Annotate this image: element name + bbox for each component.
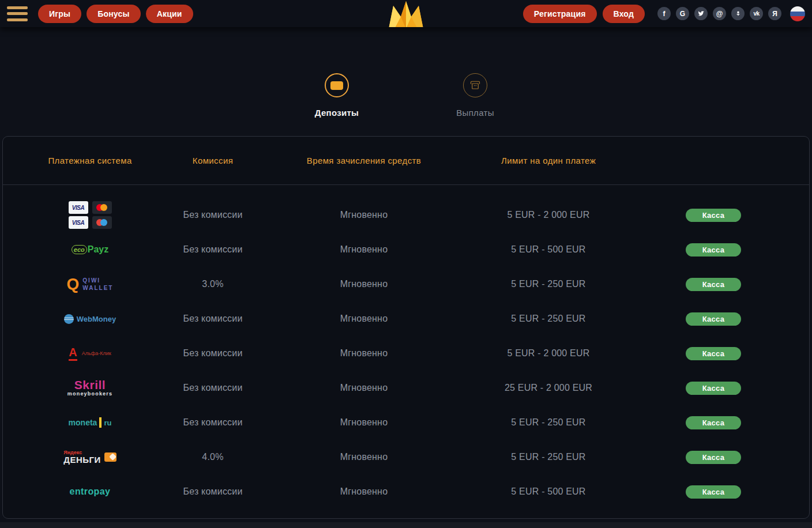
time-value: Мгновенно — [249, 452, 479, 462]
kassa-button[interactable]: Касса — [686, 312, 741, 326]
register-button[interactable]: Регистрация — [523, 5, 597, 23]
col-header-commission: Комиссия — [177, 156, 249, 165]
crown-logo[interactable] — [385, 1, 427, 27]
commission-value: Без комиссии — [177, 314, 249, 324]
col-header-limit: Лимит на один платеж — [479, 156, 618, 165]
commission-value: 3.0% — [177, 279, 249, 289]
payments-table: Платежная система Комиссия Время зачисле… — [2, 136, 810, 519]
main-menu: Игры Бонусы Акции — [38, 5, 193, 23]
google-icon[interactable]: G — [676, 7, 689, 20]
payout-cashout-icon — [463, 73, 487, 97]
table-row: Skrill moneybookers Без комиссии Мгновен… — [3, 371, 809, 405]
col-header-system: Платежная система — [3, 156, 177, 165]
kassa-button[interactable]: Касса — [686, 243, 741, 257]
limit-value: 5 EUR - 500 EUR — [479, 244, 618, 255]
time-value: Мгновенно — [249, 210, 479, 220]
maestro-logo — [92, 216, 112, 229]
entropay-text: entropay — [70, 486, 111, 497]
kassa-button[interactable]: Касса — [686, 278, 741, 291]
table-row: Яндекс ДЕНЬГИ 4.0% Мгновенно 5 EUR - 250… — [3, 440, 809, 474]
visa-card-logo: VISA — [72, 205, 84, 211]
ecopayz-payz-text: Payz — [88, 244, 108, 255]
menu-item-bonuses[interactable]: Бонусы — [87, 5, 140, 23]
vk-icon[interactable]: vk — [750, 7, 763, 20]
menu-item-games[interactable]: Игры — [38, 5, 81, 23]
social-links: f G @ vk Я — [657, 7, 781, 20]
kassa-button[interactable]: Касса — [686, 451, 741, 464]
ecopayz-eco-text: eco — [72, 245, 87, 254]
commission-value: Без комиссии — [177, 486, 249, 497]
auth-buttons: Регистрация Вход — [523, 5, 645, 23]
qiwi-text-line1: QIWI — [82, 277, 100, 284]
visa-mastercard-logo: VISA VISA — [3, 201, 177, 229]
table-row: moneta ru Без комиссии Мгновенно 5 EUR -… — [3, 405, 809, 440]
deposit-card-icon — [325, 73, 349, 97]
skrill-text: Skrill — [67, 379, 112, 391]
qiwi-q-mark: Q — [67, 276, 80, 292]
tab-deposits[interactable]: Депозиты — [308, 73, 366, 118]
login-button[interactable]: Вход — [603, 5, 645, 23]
commission-value: Без комиссии — [177, 348, 249, 359]
limit-value: 5 EUR - 250 EUR — [479, 314, 618, 324]
moneta-text: moneta — [69, 418, 97, 427]
tab-payouts[interactable]: Выплаты — [446, 73, 504, 118]
alfa-letter: А — [69, 346, 77, 361]
page-footer-strip — [0, 522, 812, 528]
kassa-button[interactable]: Касса — [686, 209, 741, 222]
webmoney-globe-icon — [64, 314, 74, 324]
limit-value: 5 EUR - 500 EUR — [479, 486, 618, 497]
hamburger-menu-icon[interactable] — [7, 6, 28, 21]
time-value: Мгновенно — [249, 383, 479, 393]
mailru-icon[interactable]: @ — [713, 7, 726, 20]
odnoklassniki-icon[interactable] — [731, 7, 745, 20]
commission-value: 4.0% — [177, 452, 249, 462]
alfa-text: Альфа-Клик — [82, 350, 111, 356]
kassa-button[interactable]: Касса — [686, 416, 741, 429]
visa-electron-logo: VISA — [72, 220, 84, 226]
tab-deposits-label: Депозиты — [308, 108, 366, 118]
qiwi-text-line2: WALLET — [82, 285, 113, 291]
time-value: Мгновенно — [249, 486, 479, 497]
menu-item-promotions[interactable]: Акции — [146, 5, 193, 23]
yandex-wallet-icon — [104, 452, 116, 462]
limit-value: 25 EUR - 2 000 EUR — [479, 383, 618, 393]
time-value: Мгновенно — [249, 279, 479, 289]
facebook-icon[interactable]: f — [657, 7, 671, 20]
skrill-logo: Skrill moneybookers — [3, 379, 177, 397]
alfa-click-logo: А Альфа-Клик — [3, 346, 177, 361]
webmoney-text: WebMoney — [77, 315, 116, 323]
limit-value: 5 EUR - 2 000 EUR — [479, 210, 618, 220]
table-body: VISA VISA Без комиссии Мгновенно 5 EUR -… — [3, 185, 809, 509]
qiwi-wallet-logo: Q QIWI WALLET — [3, 276, 177, 292]
skrill-moneybookers-text: moneybookers — [67, 391, 112, 397]
limit-value: 5 EUR - 250 EUR — [479, 279, 618, 289]
commission-value: Без комиссии — [177, 210, 249, 220]
table-row: WebMoney Без комиссии Мгновенно 5 EUR - … — [3, 301, 809, 336]
table-row: Q QIWI WALLET 3.0% Мгновенно 5 EUR - 250… — [3, 267, 809, 301]
yandex-money-logo: Яндекс ДЕНЬГИ — [3, 450, 177, 464]
tab-payouts-label: Выплаты — [446, 108, 504, 118]
yandex-icon[interactable]: Я — [768, 7, 781, 20]
commission-value: Без комиссии — [177, 417, 249, 428]
table-row: VISA VISA Без комиссии Мгновенно 5 EUR -… — [3, 198, 809, 232]
kassa-button[interactable]: Касса — [686, 485, 741, 499]
table-row: А Альфа-Клик Без комиссии Мгновенно 5 EU… — [3, 336, 809, 371]
dengi-text: ДЕНЬГИ — [63, 455, 101, 464]
limit-value: 5 EUR - 250 EUR — [479, 417, 618, 428]
time-value: Мгновенно — [249, 244, 479, 255]
payment-tabs: Депозиты Выплаты — [0, 73, 812, 118]
moneta-ru-logo: moneta ru — [3, 417, 177, 428]
twitter-icon[interactable] — [694, 7, 708, 20]
russian-flag-icon[interactable] — [790, 6, 805, 21]
kassa-button[interactable]: Касса — [686, 382, 741, 395]
col-header-time: Время зачисления средств — [249, 156, 479, 165]
moneta-ru-text: ru — [104, 418, 111, 427]
table-row: eco Payz Без комиссии Мгновенно 5 EUR - … — [3, 232, 809, 267]
table-row: entropay Без комиссии Мгновенно 5 EUR - … — [3, 474, 809, 509]
moneta-bar — [99, 417, 102, 428]
kassa-button[interactable]: Касса — [686, 347, 741, 360]
mastercard-logo — [92, 201, 112, 214]
entropay-logo: entropay — [3, 486, 177, 497]
commission-value: Без комиссии — [177, 244, 249, 255]
time-value: Мгновенно — [249, 348, 479, 359]
